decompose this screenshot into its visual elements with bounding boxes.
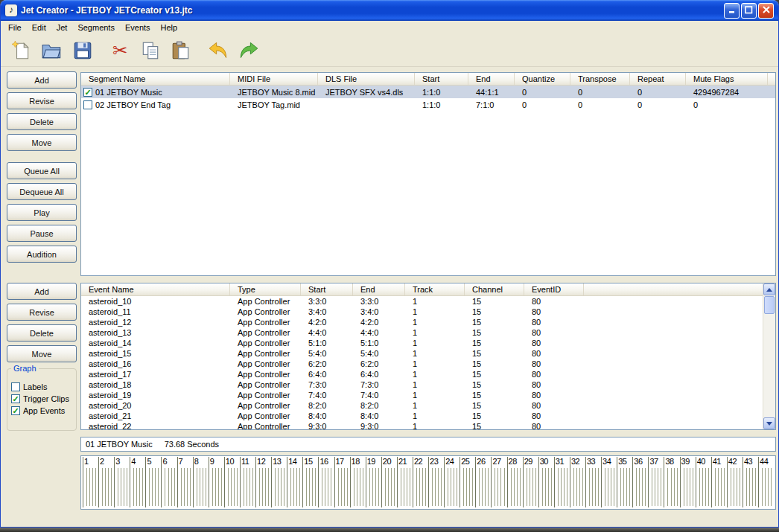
- menu-item-jet[interactable]: Jet: [51, 22, 73, 34]
- playback-queue-all-button[interactable]: Queue All: [7, 162, 77, 179]
- event-delete-button[interactable]: Delete: [7, 324, 77, 342]
- menu-item-edit[interactable]: Edit: [27, 22, 51, 34]
- events-scrollbar[interactable]: [763, 283, 775, 429]
- timeline-measure[interactable]: 34: [601, 457, 617, 507]
- timeline-measure[interactable]: 20: [381, 457, 397, 507]
- timeline-measure[interactable]: 7: [177, 457, 193, 507]
- timeline-measure[interactable]: 13: [271, 457, 287, 507]
- event-row[interactable]: asteroid_21App Controller8:4:08:4:011580: [81, 411, 763, 421]
- timeline-measure[interactable]: 11: [240, 457, 255, 507]
- graph-option-app-events[interactable]: ✓App Events: [7, 405, 76, 417]
- timeline-measure[interactable]: 6: [161, 457, 177, 507]
- segment-checkbox[interactable]: ✓: [83, 88, 92, 97]
- column-header-end[interactable]: End: [353, 283, 405, 295]
- timeline-measure[interactable]: 19: [366, 457, 381, 507]
- event-row[interactable]: asteroid_13App Controller4:4:04:4:011580: [81, 327, 763, 338]
- column-header-eventid[interactable]: EventID: [524, 283, 584, 295]
- copy-toolbutton[interactable]: [137, 37, 164, 64]
- timeline-measure[interactable]: 8: [193, 457, 209, 507]
- column-header-transpose[interactable]: Transpose: [570, 73, 630, 85]
- column-header-midi-file[interactable]: MIDI File: [230, 73, 318, 85]
- timeline-measure[interactable]: 41: [711, 457, 727, 507]
- timeline-measure[interactable]: 9: [209, 457, 224, 507]
- graph-option-labels[interactable]: Labels: [7, 381, 76, 393]
- save-toolbutton[interactable]: [69, 37, 96, 64]
- timeline-measure[interactable]: 4: [130, 457, 145, 507]
- close-button[interactable]: [758, 3, 774, 19]
- timeline[interactable]: 1234567891011121314151617181920212223242…: [80, 455, 776, 510]
- playback-dequeue-all-button[interactable]: Dequeue All: [7, 183, 77, 200]
- scroll-down-button[interactable]: [763, 417, 775, 429]
- timeline-measure[interactable]: 10: [224, 457, 240, 507]
- timeline-measure[interactable]: 37: [648, 457, 664, 507]
- timeline-measure[interactable]: 16: [318, 457, 334, 507]
- timeline-measure[interactable]: 42: [727, 457, 743, 507]
- timeline-measure[interactable]: 39: [680, 457, 696, 507]
- cut-toolbutton[interactable]: ✂: [106, 37, 133, 64]
- event-row[interactable]: asteroid_14App Controller5:1:05:1:011580: [81, 338, 763, 348]
- open-toolbutton[interactable]: [39, 37, 66, 64]
- column-header-repeat[interactable]: Repeat: [630, 73, 686, 85]
- playback-play-button[interactable]: Play: [7, 204, 77, 221]
- event-row[interactable]: asteroid_11App Controller3:4:03:4:011580: [81, 307, 763, 317]
- menu-item-events[interactable]: Events: [120, 22, 156, 34]
- timeline-measure[interactable]: 28: [507, 457, 523, 507]
- timeline-measure[interactable]: 22: [413, 457, 428, 507]
- column-header-segment-name[interactable]: Segment Name: [81, 73, 230, 85]
- timeline-measure[interactable]: 32: [570, 457, 585, 507]
- timeline-measure[interactable]: 1: [83, 457, 98, 507]
- undo-toolbutton[interactable]: [205, 37, 232, 64]
- timeline-ruler[interactable]: 1234567891011121314151617181920212223242…: [81, 456, 775, 509]
- event-row[interactable]: asteroid_17App Controller6:4:06:4:011580: [81, 369, 763, 379]
- timeline-measure[interactable]: 27: [491, 457, 506, 507]
- graph-option-trigger-clips[interactable]: ✓Trigger Clips: [7, 393, 76, 405]
- timeline-measure[interactable]: 21: [397, 457, 413, 507]
- event-row[interactable]: asteroid_12App Controller4:2:04:2:011580: [81, 317, 763, 327]
- checkbox-icon[interactable]: [11, 382, 20, 391]
- timeline-measure[interactable]: 24: [444, 457, 460, 507]
- timeline-measure[interactable]: 43: [743, 457, 758, 507]
- segment-row[interactable]: 02 JETBOY End TagJETBOY Tag.mid1:1:07:1:…: [81, 98, 775, 111]
- segment-checkbox[interactable]: [83, 100, 92, 109]
- event-move-button[interactable]: Move: [7, 345, 77, 362]
- paste-toolbutton[interactable]: [168, 37, 194, 64]
- scroll-up-button[interactable]: [763, 283, 775, 295]
- timeline-measure[interactable]: 30: [538, 457, 554, 507]
- scroll-thumb[interactable]: [764, 296, 775, 314]
- segment-revise-button[interactable]: Revise: [7, 92, 77, 109]
- maximize-button[interactable]: [741, 3, 757, 19]
- titlebar[interactable]: ♪ Jet Creator - JETBOY JETCreator v13.jt…: [1, 0, 778, 21]
- checkbox-icon[interactable]: ✓: [11, 406, 20, 415]
- menu-item-help[interactable]: Help: [156, 22, 183, 34]
- playback-pause-button[interactable]: Pause: [7, 225, 77, 242]
- timeline-measure[interactable]: 23: [428, 457, 444, 507]
- event-row[interactable]: asteroid_15App Controller5:4:05:4:011580: [81, 348, 763, 359]
- column-header-mute-flags[interactable]: Mute Flags: [686, 73, 768, 85]
- timeline-measure[interactable]: 14: [287, 457, 302, 507]
- timeline-measure[interactable]: 44: [758, 457, 774, 507]
- event-revise-button[interactable]: Revise: [7, 304, 77, 321]
- column-header-start[interactable]: Start: [415, 73, 468, 85]
- column-header-start[interactable]: Start: [301, 283, 353, 295]
- segment-delete-button[interactable]: Delete: [7, 113, 77, 130]
- timeline-measure[interactable]: 36: [632, 457, 648, 507]
- new-toolbutton[interactable]: [8, 37, 35, 64]
- event-row[interactable]: asteroid_16App Controller6:2:06:2:011580: [81, 359, 763, 369]
- menu-item-file[interactable]: File: [3, 22, 27, 34]
- playback-audition-button[interactable]: Audition: [7, 246, 77, 263]
- scroll-track[interactable]: [763, 315, 775, 417]
- segment-move-button[interactable]: Move: [7, 134, 77, 151]
- timeline-measure[interactable]: 29: [523, 457, 538, 507]
- timeline-measure[interactable]: 17: [334, 457, 350, 507]
- event-row[interactable]: asteroid_19App Controller7:4:07:4:011580: [81, 390, 763, 400]
- timeline-measure[interactable]: 12: [255, 457, 271, 507]
- event-row[interactable]: asteroid_18App Controller7:3:07:3:011580: [81, 379, 763, 390]
- timeline-measure[interactable]: 31: [554, 457, 570, 507]
- event-add-button[interactable]: Add: [7, 283, 77, 300]
- column-header-event-name[interactable]: Event Name: [81, 283, 230, 295]
- timeline-measure[interactable]: 15: [302, 457, 318, 507]
- timeline-measure[interactable]: 2: [98, 457, 114, 507]
- event-row[interactable]: asteroid_20App Controller8:2:08:2:011580: [81, 400, 763, 411]
- checkbox-icon[interactable]: ✓: [11, 394, 20, 403]
- timeline-measure[interactable]: 38: [664, 457, 679, 507]
